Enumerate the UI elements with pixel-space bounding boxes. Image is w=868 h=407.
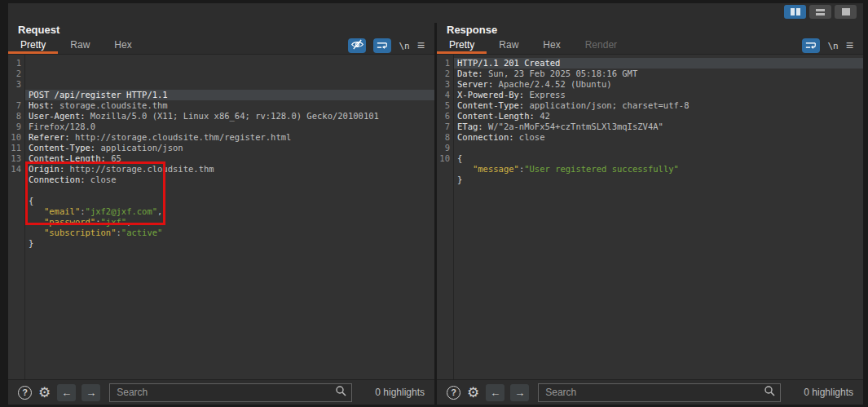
- line-number: 11: [8, 143, 21, 153]
- response-menu-button[interactable]: ≡: [846, 38, 853, 53]
- line-number: 6: [437, 111, 450, 122]
- code-line: Firefox/128.0: [25, 122, 434, 132]
- wrap-lines-icon: [377, 40, 388, 52]
- single-pane-button[interactable]: [835, 5, 857, 19]
- code-line: "password":"jxf",: [25, 217, 434, 228]
- response-code[interactable]: HTTP/1.1 201 CreatedDate: Sun, 23 Feb 20…: [454, 55, 863, 379]
- code-line: }: [25, 238, 434, 249]
- line-number: 1: [437, 58, 450, 69]
- line-number: 2: [8, 69, 21, 79]
- search-icon: [764, 385, 775, 400]
- columns-icon: [791, 8, 800, 15]
- line-number: [8, 206, 21, 217]
- request-tabs-row: Pretty Raw Hex: [8, 38, 434, 55]
- rows-icon: [816, 9, 825, 15]
- response-tab-render: Render: [573, 38, 629, 54]
- search-icon: [335, 385, 346, 400]
- request-line-numbers: 12378910111314: [8, 55, 25, 379]
- code-line: HTTP/1.1 201 Created: [454, 58, 863, 69]
- response-panel: Response Pretty Raw Hex Render: [437, 23, 863, 405]
- line-number: [8, 175, 21, 185]
- code-line: ETag: W/"2a-nMoFx54+czTntmSLXl3mqIsZV4A": [454, 122, 863, 132]
- line-number: 7: [437, 122, 450, 132]
- response-highlight-count: 0 highlights: [786, 387, 853, 398]
- gear-icon[interactable]: ⚙: [37, 386, 51, 400]
- request-menu-button[interactable]: ≡: [417, 38, 425, 53]
- code-line: Server: Apache/2.4.52 (Ubuntu): [454, 79, 863, 90]
- line-number: 2: [437, 69, 450, 79]
- help-icon[interactable]: ?: [18, 386, 32, 400]
- wrap-lines-button[interactable]: [373, 38, 391, 53]
- request-tab-raw[interactable]: Raw: [58, 38, 102, 54]
- code-line: [454, 143, 863, 153]
- code-line: Connection: close: [25, 175, 434, 185]
- code-line: X-Powered-By: Express: [454, 90, 863, 100]
- request-response-split: Request Pretty Raw Hex: [8, 23, 863, 405]
- code-line: Content-Length: 65: [25, 153, 434, 164]
- request-editor: 12378910111314 POST /api/register HTTP/1…: [8, 55, 434, 379]
- line-number: 10: [437, 153, 450, 164]
- line-number: 8: [8, 111, 21, 122]
- response-searchbox: [538, 383, 781, 402]
- response-line-numbers: 12345678910: [437, 55, 454, 379]
- request-toolbar: \n ≡: [348, 38, 434, 54]
- code-line: Content-Length: 42: [454, 111, 863, 122]
- code-line: "subscription":"active": [25, 228, 434, 238]
- response-toolbar: \n ≡: [802, 38, 863, 54]
- request-tabs: Pretty Raw Hex: [8, 38, 144, 54]
- hide-headers-button[interactable]: [348, 38, 366, 53]
- wrap-lines-button[interactable]: [802, 38, 820, 53]
- burp-repeater-window: { "colors": { "accent_orange": "#d4612b"…: [0, 0, 868, 407]
- split-rows-button[interactable]: [809, 5, 831, 19]
- code-line: {: [454, 153, 863, 164]
- response-tabs-row: Pretty Raw Hex Render \n: [437, 38, 863, 55]
- request-highlight-count: 0 highlights: [358, 387, 425, 398]
- request-tab-pretty[interactable]: Pretty: [8, 38, 58, 54]
- code-line: Date: Sun, 23 Feb 2025 05:18:16 GMT: [454, 69, 863, 79]
- code-line: [25, 185, 434, 196]
- request-tab-hex[interactable]: Hex: [102, 38, 143, 54]
- line-number: [8, 196, 21, 206]
- code-line: POST /api/register HTTP/1.1: [25, 90, 434, 100]
- prev-match-button[interactable]: ←: [57, 384, 76, 401]
- next-match-button[interactable]: →: [82, 384, 100, 401]
- code-line: "message":"User registered successfully": [454, 164, 863, 175]
- request-code[interactable]: POST /api/register HTTP/1.1Host: storage…: [25, 55, 434, 379]
- gear-icon[interactable]: ⚙: [466, 386, 480, 400]
- line-number: 9: [8, 122, 21, 132]
- line-number: 14: [8, 164, 21, 175]
- response-panel-title: Response: [437, 23, 863, 38]
- response-search-bar: ? ⚙ ← → 0 highlights: [437, 379, 863, 405]
- line-number: [8, 185, 21, 196]
- code-line: }: [454, 175, 863, 185]
- show-newlines-button[interactable]: \n: [399, 38, 409, 53]
- line-number: [8, 90, 21, 100]
- response-search-input[interactable]: [539, 387, 764, 398]
- request-search-input[interactable]: [110, 387, 335, 398]
- request-panel: Request Pretty Raw Hex: [8, 23, 434, 405]
- code-line: User-Agent: Mozilla/5.0 (X11; Linux x86_…: [25, 111, 434, 122]
- show-newlines-button[interactable]: \n: [827, 38, 838, 53]
- request-searchbox: [109, 383, 352, 402]
- code-line: Origin: http://storage.cloudsite.thm: [25, 164, 434, 175]
- next-match-button[interactable]: →: [510, 384, 529, 401]
- line-number: [437, 175, 450, 185]
- code-line: Host: storage.cloudsite.thm: [25, 100, 434, 111]
- code-line: Connection: close: [454, 132, 863, 143]
- line-number: 13: [8, 153, 21, 164]
- response-tab-pretty[interactable]: Pretty: [437, 38, 487, 54]
- prev-match-button[interactable]: ←: [486, 384, 504, 401]
- layout-switcher: [784, 5, 857, 19]
- response-tab-raw[interactable]: Raw: [487, 38, 531, 54]
- line-number: 5: [437, 100, 450, 111]
- response-tab-hex[interactable]: Hex: [531, 38, 572, 54]
- line-number: 3: [8, 79, 21, 90]
- line-number: 10: [8, 132, 21, 143]
- response-editor: 12345678910 HTTP/1.1 201 CreatedDate: Su…: [437, 55, 863, 379]
- response-tabs: Pretty Raw Hex Render: [437, 38, 629, 54]
- single-pane-icon: [842, 8, 850, 15]
- split-columns-button[interactable]: [784, 5, 806, 19]
- help-icon[interactable]: ?: [447, 386, 460, 400]
- line-number: 4: [437, 90, 450, 100]
- top-bar: [8, 3, 863, 23]
